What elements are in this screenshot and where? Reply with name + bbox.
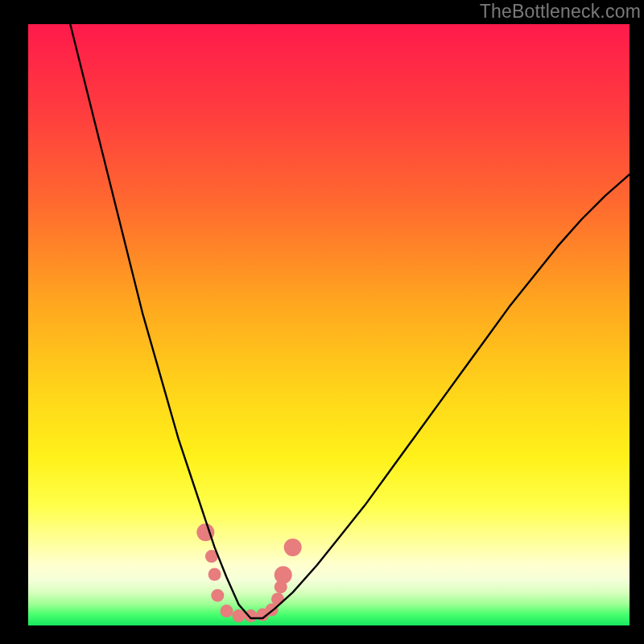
marker-dot — [284, 539, 302, 556]
marker-dot — [211, 589, 224, 602]
marker-dot — [208, 568, 221, 581]
watermark-text: TheBottleneck.com — [480, 1, 641, 23]
gradient-background — [28, 24, 630, 625]
marker-dot — [232, 609, 245, 622]
marker-dot — [271, 592, 284, 605]
plot-area — [28, 24, 630, 625]
chart-svg — [28, 24, 630, 625]
marker-dot — [244, 609, 257, 622]
marker-dot — [221, 605, 233, 617]
marker-dot — [275, 566, 292, 584]
chart-frame: TheBottleneck.com — [0, 0, 644, 644]
